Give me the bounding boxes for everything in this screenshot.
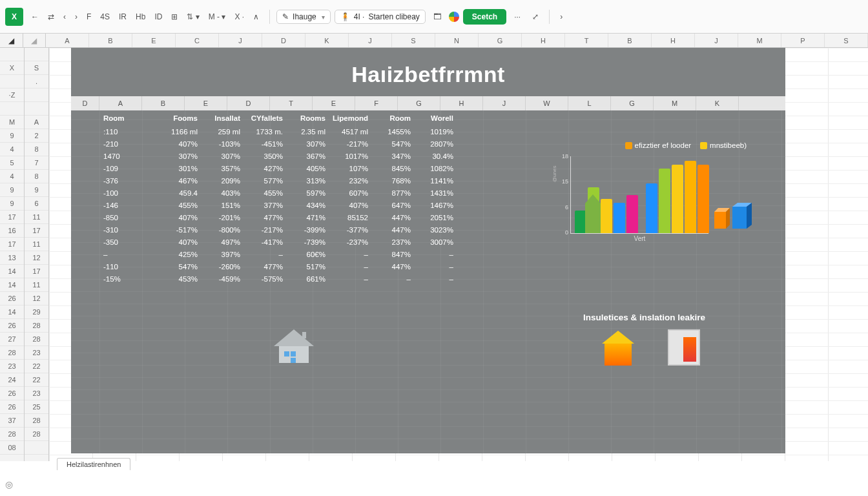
column-label[interactable]: H (522, 34, 565, 47)
row-label[interactable]: 17 (0, 238, 24, 251)
row-label[interactable]: 14 (0, 278, 24, 292)
toolbar-btn[interactable]: M - ▾ (205, 10, 230, 24)
column-label[interactable]: J (219, 34, 262, 47)
google-icon[interactable] (449, 12, 459, 22)
column-label[interactable]: B (89, 34, 132, 47)
row-label[interactable]: 26 (0, 292, 24, 305)
row-label[interactable]: 28 (25, 319, 48, 333)
row-label[interactable]: 28 (25, 414, 48, 428)
grid-icon[interactable]: 🗔 (429, 10, 445, 24)
toolbar-btn[interactable]: ∧ (249, 10, 263, 24)
sheet-area[interactable]: X·ZM945499171617131414261426272823242626… (0, 48, 868, 461)
row-label[interactable]: 13 (0, 251, 24, 265)
row-label[interactable]: 22 (25, 373, 48, 387)
row-label[interactable] (0, 48, 24, 61)
row-label[interactable]: 08 (0, 441, 24, 455)
column-label[interactable]: G (479, 34, 522, 47)
column-label[interactable]: E (132, 34, 176, 47)
canvas[interactable]: Haıizbetfrrmnt D ABEDTEFGHJWLGMK RoomFoo… (49, 48, 868, 461)
toolbar-btn[interactable]: ⇅ ▾ (183, 10, 203, 24)
row-label[interactable]: 12 (25, 251, 48, 265)
row-label[interactable]: 5 (0, 156, 24, 170)
row-label[interactable]: 23 (25, 346, 48, 360)
toolbar-btn[interactable]: ⊞ (167, 10, 181, 24)
toolbar-btn[interactable]: F (83, 10, 95, 24)
column-label[interactable]: S (392, 34, 435, 47)
column-label[interactable]: H (652, 34, 695, 47)
row-label[interactable]: 25 (25, 400, 48, 414)
share-dropdown[interactable]: 🧍 4I · Starten clibeay (335, 10, 426, 24)
format-dropdown[interactable]: ✎ Ihauge (276, 10, 331, 24)
column-label[interactable]: T (565, 34, 608, 47)
column-label[interactable]: C (176, 34, 219, 47)
row-label[interactable]: 26 (0, 400, 24, 414)
toolbar-btn[interactable]: 4S (96, 10, 114, 24)
row-label[interactable]: 11 (25, 238, 48, 251)
row-label[interactable]: 28 (25, 428, 48, 441)
row-label[interactable] (25, 102, 48, 116)
row-label[interactable]: ·Z (0, 88, 24, 102)
column-label[interactable]: S (825, 34, 868, 47)
row-label[interactable]: 37 (0, 414, 24, 428)
toolbar-btn[interactable]: ← (27, 10, 43, 24)
row-label[interactable]: 11 (25, 278, 48, 292)
row-label[interactable]: 9 (0, 197, 24, 211)
row-label[interactable]: 22 (25, 360, 48, 373)
select-all-corner[interactable]: ◢ (0, 34, 23, 47)
toolbar-btn[interactable]: IR (115, 10, 130, 24)
row-label[interactable]: 4 (0, 143, 24, 156)
row-label[interactable]: 26 (0, 319, 24, 333)
column-label[interactable]: J (349, 34, 392, 47)
row-label[interactable]: 27 (0, 333, 24, 346)
row-label[interactable]: 7 (25, 156, 48, 170)
toolbar-btn[interactable]: Hb (132, 10, 149, 24)
row-label[interactable]: S (25, 61, 48, 75)
row-label[interactable]: 26 (0, 387, 24, 400)
sheet-tab[interactable]: Helzilastirenhnen (57, 458, 130, 470)
row-label[interactable] (0, 102, 24, 116)
row-label[interactable]: 28 (25, 333, 48, 346)
expand-icon[interactable]: ⤢ (528, 10, 542, 24)
row-label[interactable]: 24 (0, 373, 24, 387)
chevron-right-icon[interactable]: › (556, 10, 566, 24)
column-label[interactable]: A (46, 34, 89, 47)
column-label[interactable]: J (695, 34, 738, 47)
row-label[interactable] (0, 75, 24, 88)
toolbar-btn[interactable]: › (71, 10, 81, 24)
column-label[interactable]: K (305, 34, 349, 47)
row-label[interactable]: 9 (25, 183, 48, 197)
toolbar-btn[interactable]: X · (231, 10, 248, 24)
column-label[interactable]: P (781, 34, 825, 47)
column-label[interactable]: N (435, 34, 479, 47)
search-button[interactable]: Scetch (463, 9, 506, 25)
row-label[interactable]: M (0, 116, 24, 129)
row-label[interactable]: 29 (25, 305, 48, 319)
row-label[interactable]: 6 (25, 197, 48, 211)
row-label[interactable]: 23 (25, 387, 48, 400)
row-label[interactable]: 4 (0, 170, 24, 183)
row-label[interactable]: 17 (25, 224, 48, 238)
row-label[interactable]: 17 (25, 265, 48, 278)
column-label[interactable]: M (738, 34, 781, 47)
row-label[interactable] (25, 48, 48, 61)
row-label[interactable]: 17 (0, 211, 24, 224)
toolbar-btn[interactable]: ‹ (59, 10, 70, 24)
row-label[interactable]: 2 (25, 129, 48, 143)
column-label[interactable]: B (608, 34, 652, 47)
row-label[interactable]: 11 (25, 211, 48, 224)
row-label[interactable] (25, 88, 48, 102)
toolbar-btn[interactable]: ⇄ (44, 10, 58, 24)
row-label[interactable]: 9 (0, 183, 24, 197)
row-label[interactable]: 28 (0, 346, 24, 360)
row-label[interactable]: 9 (0, 129, 24, 143)
row-label[interactable]: X (0, 61, 24, 75)
row-label[interactable]: 14 (0, 265, 24, 278)
row-label[interactable]: A (25, 116, 48, 129)
row-label[interactable]: 16 (0, 224, 24, 238)
row-label[interactable]: 14 (0, 305, 24, 319)
row-label[interactable]: . (25, 75, 48, 88)
toolbar-btn[interactable]: ID (150, 10, 166, 24)
row-label[interactable]: 28 (0, 428, 24, 441)
row-label[interactable]: 23 (0, 360, 24, 373)
app-logo[interactable]: X (5, 8, 23, 26)
